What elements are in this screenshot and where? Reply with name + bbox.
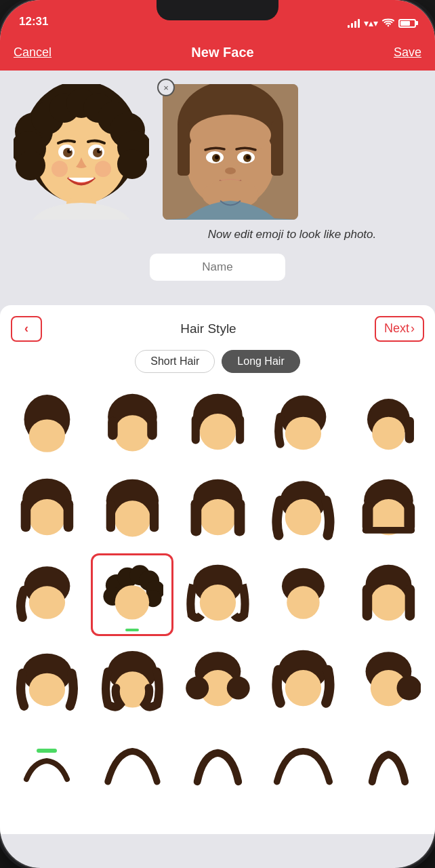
chevron-left-icon: ‹: [24, 321, 28, 336]
next-button[interactable]: Next ›: [375, 316, 424, 342]
svg-point-86: [287, 587, 319, 619]
svg-point-30: [190, 115, 271, 155]
hair-item[interactable]: [5, 468, 88, 551]
svg-rect-57: [63, 499, 73, 532]
phone-screen: 12:31 ▾▴▾: [0, 0, 435, 868]
svg-rect-28: [178, 121, 190, 176]
next-label: Next: [384, 321, 409, 336]
svg-point-22: [100, 149, 102, 151]
svg-rect-48: [236, 416, 244, 444]
svg-point-23: [51, 161, 68, 177]
notch: [157, 0, 278, 20]
hair-item[interactable]: [176, 639, 259, 722]
svg-point-50: [285, 417, 320, 450]
chevron-right-icon: ›: [411, 321, 415, 336]
cancel-button[interactable]: Cancel: [14, 45, 51, 60]
style-title: Hair Style: [180, 321, 236, 336]
hair-item[interactable]: [347, 553, 430, 636]
selected-indicator: [125, 629, 139, 631]
hair-item[interactable]: [262, 553, 344, 636]
hair-item[interactable]: [91, 468, 173, 551]
hair-item[interactable]: [262, 468, 344, 551]
svg-rect-47: [191, 416, 199, 444]
svg-point-21: [70, 149, 72, 151]
emoji-photo-row: ×: [14, 84, 421, 243]
status-icons: ▾▴▾: [348, 18, 416, 30]
svg-rect-44: [147, 417, 157, 440]
svg-rect-60: [106, 501, 115, 532]
svg-point-88: [370, 585, 406, 620]
svg-point-14: [30, 203, 132, 220]
hair-item[interactable]: [5, 553, 88, 636]
hair-item[interactable]: [262, 724, 344, 807]
hair-item-selected[interactable]: [91, 553, 173, 636]
hair-item[interactable]: [176, 724, 259, 807]
svg-point-103: [396, 676, 421, 701]
name-input[interactable]: [150, 254, 285, 281]
hair-item[interactable]: [91, 724, 173, 807]
svg-point-97: [186, 677, 209, 700]
hair-item[interactable]: [176, 382, 259, 465]
hair-item[interactable]: [5, 639, 88, 722]
hair-item[interactable]: [91, 382, 173, 465]
status-time: 12:31: [19, 15, 48, 30]
svg-rect-29: [271, 121, 283, 176]
svg-point-46: [199, 414, 235, 450]
battery-icon: [398, 19, 416, 28]
close-photo-button[interactable]: ×: [157, 79, 175, 96]
svg-point-52: [372, 417, 405, 450]
svg-rect-61: [149, 501, 158, 532]
svg-point-37: [225, 167, 236, 174]
hair-item[interactable]: [347, 639, 430, 722]
nav-bar: Cancel New Face Save: [0, 34, 435, 71]
photo-section: ×: [163, 84, 421, 243]
hair-item[interactable]: [262, 382, 344, 465]
svg-point-11: [16, 151, 45, 180]
svg-rect-89: [362, 585, 372, 620]
content-area: ×: [0, 71, 435, 305]
svg-rect-65: [234, 499, 245, 536]
svg-point-24: [95, 161, 111, 177]
svg-point-84: [199, 585, 235, 620]
svg-point-59: [114, 501, 150, 537]
save-button[interactable]: Save: [394, 45, 421, 60]
svg-rect-56: [20, 499, 30, 532]
svg-point-67: [285, 499, 320, 535]
svg-rect-43: [108, 417, 118, 440]
hair-style-tabs: Short Hair Long Hair: [0, 350, 435, 373]
svg-point-40: [28, 420, 64, 452]
svg-rect-90: [405, 585, 415, 620]
prev-button[interactable]: ‹: [11, 316, 42, 342]
svg-rect-64: [190, 499, 201, 536]
name-input-row: [14, 254, 421, 281]
hair-item[interactable]: [347, 468, 430, 551]
hair-item[interactable]: [176, 468, 259, 551]
bottom-panel: ‹ Hair Style Next › Short Hair Long Hair: [0, 305, 435, 834]
svg-point-36: [246, 155, 250, 159]
emoji-preview: [14, 84, 149, 220]
phone-frame: 12:31 ▾▴▾: [0, 0, 435, 868]
svg-point-100: [285, 670, 320, 706]
svg-point-42: [114, 416, 150, 452]
svg-point-12: [117, 149, 147, 179]
tab-long-hair[interactable]: Long Hair: [222, 350, 299, 373]
style-header: ‹ Hair Style Next ›: [0, 305, 435, 350]
caption-text: Now edit emoji to look like photo.: [163, 226, 421, 243]
hair-item[interactable]: [262, 639, 344, 722]
svg-point-82: [115, 585, 149, 619]
hair-item[interactable]: [5, 382, 88, 465]
hair-item[interactable]: [176, 553, 259, 636]
hair-item[interactable]: [91, 639, 173, 722]
tab-short-hair[interactable]: Short Hair: [135, 350, 215, 373]
svg-point-98: [226, 677, 249, 700]
hair-item[interactable]: [347, 724, 430, 807]
svg-point-55: [28, 499, 64, 535]
page-title: New Face: [191, 45, 253, 60]
user-photo: [163, 84, 298, 220]
svg-point-35: [215, 155, 219, 159]
signal-icon: [348, 18, 360, 28]
hair-item[interactable]: [5, 724, 88, 807]
svg-point-63: [199, 499, 235, 535]
svg-rect-72: [362, 527, 415, 534]
hair-item[interactable]: [347, 382, 430, 465]
